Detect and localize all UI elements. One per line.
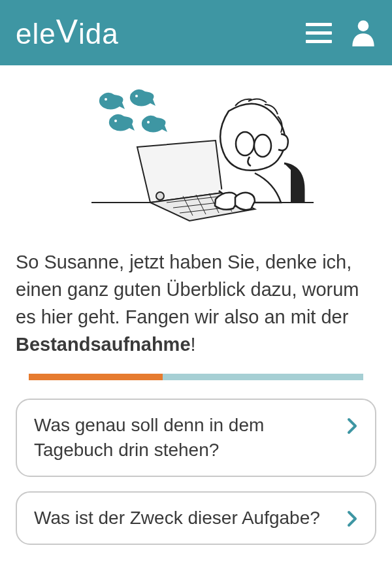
option-label: Was ist der Zweck dieser Aufgabe? [34,506,346,531]
svg-point-3 [114,120,117,122]
progress-fill [29,374,163,380]
user-icon[interactable] [350,18,376,47]
logo: eleVida [16,14,119,52]
option-diary-content[interactable]: Was genau soll denn in dem Tagebuch drin… [16,399,376,477]
menu-icon[interactable] [306,23,332,43]
progress-bar [29,374,363,380]
illustration [16,78,376,235]
chevron-right-icon [346,510,358,528]
svg-point-6 [156,192,164,200]
header: eleVida [0,0,392,65]
svg-point-0 [358,20,369,31]
body-text-suffix: ! [191,334,196,355]
chevron-right-icon [346,417,358,435]
header-icons [306,18,376,47]
svg-point-15 [254,135,271,157]
content: So Susanne, jetzt haben Sie, denke ich, … [0,65,392,572]
option-purpose[interactable]: Was ist der Zweck dieser Aufgabe? [16,491,376,545]
svg-point-4 [147,121,150,123]
svg-point-2 [135,95,138,97]
svg-point-1 [105,98,107,101]
option-label: Was genau soll denn in dem Tagebuch drin… [34,413,346,463]
body-text-bold: Bestandsaufnahme [16,334,191,355]
svg-point-14 [236,132,254,155]
body-text-prefix: So Susanne, jetzt haben Sie, denke ich, … [16,252,359,327]
body-text: So Susanne, jetzt haben Sie, denke ich, … [16,248,376,358]
